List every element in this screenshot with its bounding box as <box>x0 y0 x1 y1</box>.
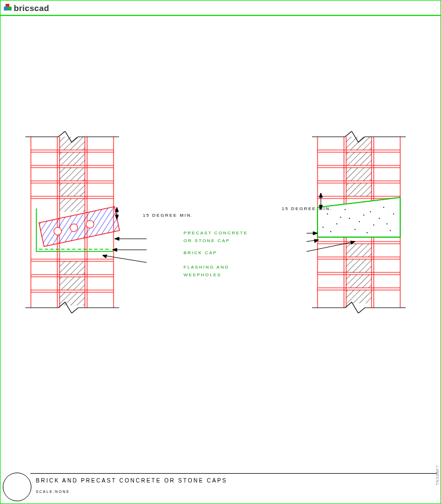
label-precast-1: PRECAST CONCRETE <box>184 230 248 235</box>
svg-rect-68 <box>346 183 372 196</box>
svg-point-86 <box>393 213 394 215</box>
svg-rect-30 <box>39 207 120 246</box>
label-15-deg-right: 15 DEGREE MIN. <box>282 206 332 211</box>
svg-point-76 <box>354 229 356 230</box>
app-frame: bricscad <box>0 0 441 504</box>
svg-point-80 <box>390 230 391 231</box>
svg-point-79 <box>383 207 384 208</box>
svg-rect-67 <box>346 168 372 181</box>
bricscad-logo-icon <box>4 4 12 12</box>
right-detail <box>306 131 433 313</box>
svg-rect-65 <box>346 137 372 150</box>
svg-rect-24 <box>60 168 85 181</box>
label-flash-2: WEEPHOLES <box>184 272 222 277</box>
svg-rect-22 <box>60 137 85 150</box>
label-15-deg-left: 15 DEGREE MIN. <box>143 213 193 218</box>
svg-marker-35 <box>115 207 119 212</box>
svg-point-78 <box>373 224 374 226</box>
svg-rect-26 <box>60 199 85 212</box>
svg-point-84 <box>370 211 371 212</box>
title-rule <box>30 473 437 474</box>
label-precast-2: OR STONE CAP <box>184 238 230 243</box>
svg-point-75 <box>345 209 346 210</box>
svg-marker-38 <box>115 237 119 240</box>
drawing-scale: SCALE:NONE <box>36 490 70 494</box>
svg-point-90 <box>386 223 388 224</box>
svg-rect-71 <box>346 275 372 288</box>
svg-rect-69 <box>346 244 372 257</box>
svg-point-83 <box>359 221 360 222</box>
svg-point-85 <box>379 218 380 219</box>
title-bubble-icon <box>3 473 31 501</box>
svg-marker-40 <box>112 248 117 251</box>
drawing-stamp: TN38AF7 <box>435 465 439 485</box>
svg-rect-25 <box>60 183 85 196</box>
label-flash-1: FLASHING AND <box>184 265 229 270</box>
svg-point-73 <box>327 213 328 215</box>
svg-rect-66 <box>346 152 372 165</box>
label-brickcap: BRICK CAP <box>184 250 217 255</box>
svg-rect-23 <box>60 152 85 165</box>
svg-rect-72 <box>346 290 372 303</box>
title-bar: bricscad <box>1 1 440 16</box>
svg-marker-42 <box>103 255 107 258</box>
svg-marker-95 <box>313 232 318 235</box>
svg-marker-92 <box>319 193 322 197</box>
svg-point-89 <box>367 232 368 233</box>
app-name: bricscad <box>14 3 49 13</box>
svg-point-74 <box>336 223 337 224</box>
svg-point-87 <box>322 227 324 228</box>
drawing-title: BRICK AND PRECAST CONCRETE OR STONE CAPS <box>36 478 227 484</box>
svg-point-81 <box>330 231 331 232</box>
svg-point-88 <box>349 218 350 219</box>
svg-rect-70 <box>346 259 372 272</box>
svg-point-77 <box>363 215 364 216</box>
svg-line-96 <box>306 240 319 251</box>
left-detail <box>20 131 147 313</box>
svg-point-82 <box>340 217 341 218</box>
drawing-canvas[interactable]: 15 DEGREE MIN. PRECAST CONCRETE OR STONE… <box>1 15 440 503</box>
svg-marker-97 <box>314 239 319 243</box>
title-block: BRICK AND PRECAST CONCRETE OR STONE CAPS… <box>3 473 437 500</box>
svg-rect-27 <box>60 261 85 275</box>
svg-rect-28 <box>60 277 85 290</box>
